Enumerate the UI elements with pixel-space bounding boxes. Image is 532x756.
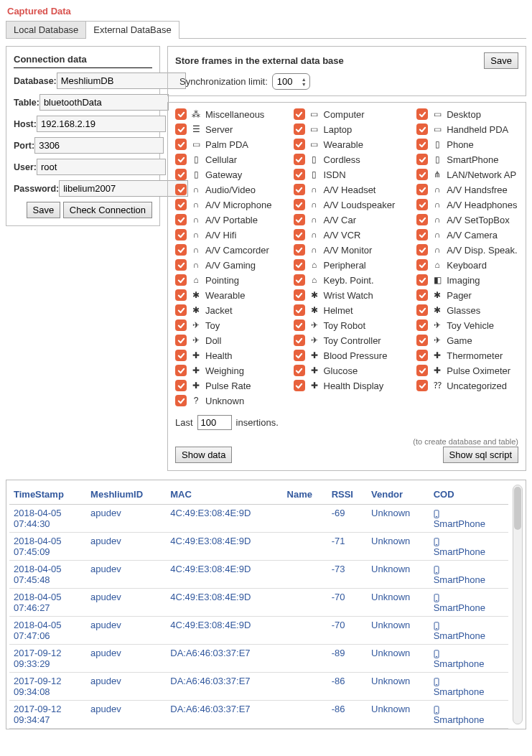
filter-checkbox[interactable] [175, 154, 187, 165]
filter-item[interactable]: ∩A/V Gaming [175, 259, 272, 271]
filter-item[interactable]: ▭Palm PDA [175, 139, 272, 150]
filter-item[interactable]: ✚Pulse Oximeter [416, 365, 517, 376]
filter-checkbox[interactable] [294, 304, 305, 316]
filter-item[interactable]: ▭Handheld PDA [416, 123, 517, 135]
filter-item[interactable]: ⁇Uncategorized [416, 380, 517, 391]
filter-item[interactable]: ⌂Peripheral [294, 259, 396, 271]
filter-item[interactable]: ✱Pager [416, 289, 517, 301]
filter-item[interactable]: ∩A/V Loudspeaker [294, 199, 396, 210]
show-data-button[interactable]: Show data [175, 447, 232, 463]
input-user[interactable] [37, 159, 166, 175]
filter-item[interactable]: ✈Game [416, 335, 517, 346]
filter-item[interactable]: ✈Toy Controller [294, 335, 396, 346]
filter-checkbox[interactable] [294, 350, 305, 361]
filter-item[interactable]: ∩A/V Car [294, 214, 396, 225]
filter-checkbox[interactable] [416, 350, 428, 361]
filter-checkbox[interactable] [294, 154, 305, 165]
filter-checkbox[interactable] [175, 244, 187, 256]
filter-checkbox[interactable] [416, 319, 428, 331]
filter-item[interactable]: ▯ISDN [294, 169, 396, 180]
filter-checkbox[interactable] [294, 108, 305, 120]
filter-checkbox[interactable] [416, 123, 428, 135]
filter-checkbox[interactable] [294, 123, 305, 135]
filter-item[interactable]: ⋔LAN/Network AP [416, 169, 517, 180]
filter-item[interactable]: ✚Weighing [175, 365, 272, 376]
filter-checkbox[interactable] [175, 365, 187, 376]
filter-item[interactable]: ✱Jacket [175, 304, 272, 316]
filter-checkbox[interactable] [175, 123, 187, 135]
filter-item[interactable]: ◧Imaging [416, 274, 517, 286]
filter-item[interactable]: ∩A/V Disp. Speak. [416, 244, 517, 256]
filter-checkbox[interactable] [175, 304, 187, 316]
filter-checkbox[interactable] [294, 244, 305, 256]
filter-checkbox[interactable] [294, 259, 305, 271]
sync-limit-spinner[interactable]: ▲▼ [272, 73, 310, 90]
filter-item[interactable]: ∩A/V Handsfree [416, 184, 517, 195]
save-sync-button[interactable]: Save [484, 52, 518, 69]
filter-item[interactable]: ∩A/V Portable [175, 214, 272, 225]
input-port[interactable] [34, 137, 164, 154]
filter-checkbox[interactable] [175, 229, 187, 241]
filter-checkbox[interactable] [175, 169, 187, 180]
filter-checkbox[interactable] [416, 259, 428, 271]
data-scrollbar[interactable] [513, 485, 523, 724]
filter-item[interactable]: ✚Health Display [294, 380, 396, 391]
filter-checkbox[interactable] [175, 184, 187, 195]
input-table[interactable] [39, 94, 169, 111]
filter-item[interactable]: ∩A/V Camera [416, 229, 517, 241]
filter-checkbox[interactable] [175, 289, 187, 301]
filter-checkbox[interactable] [175, 319, 187, 331]
filter-checkbox[interactable] [416, 289, 428, 301]
filter-checkbox[interactable] [416, 108, 428, 120]
filter-checkbox[interactable] [175, 139, 187, 150]
filter-checkbox[interactable] [416, 244, 428, 256]
input-host[interactable] [37, 116, 166, 132]
filter-item[interactable]: ✈Doll [175, 335, 272, 346]
filter-item[interactable]: ✚Glucose [294, 365, 396, 376]
filter-item[interactable]: ▭Laptop [294, 123, 396, 135]
filter-item[interactable]: ∩A/V Monitor [294, 244, 396, 256]
spinner-arrows-icon[interactable]: ▲▼ [302, 77, 307, 87]
last-insertions-input[interactable] [197, 415, 232, 430]
filter-item[interactable]: ✱Helmet [294, 304, 396, 316]
filter-checkbox[interactable] [175, 395, 187, 406]
filter-checkbox[interactable] [294, 319, 305, 331]
filter-item[interactable]: ∩A/V Headphones [416, 199, 517, 210]
filter-checkbox[interactable] [416, 335, 428, 346]
filter-checkbox[interactable] [416, 199, 428, 210]
filter-item[interactable]: ✚Thermometer [416, 350, 517, 361]
filter-checkbox[interactable] [294, 139, 305, 150]
save-connection-button[interactable]: Save [27, 202, 61, 218]
filter-checkbox[interactable] [294, 289, 305, 301]
check-connection-button[interactable]: Check Connection [63, 202, 152, 218]
filter-item[interactable]: ▭Computer [294, 108, 396, 120]
filter-item[interactable]: ⌂Keyb. Point. [294, 274, 396, 286]
filter-item[interactable]: ⌂Keyboard [416, 259, 517, 271]
show-sql-script-button[interactable]: Show sql script [443, 447, 518, 463]
filter-checkbox[interactable] [175, 199, 187, 210]
filter-item[interactable]: ✚Health [175, 350, 272, 361]
filter-item[interactable]: ▯SmartPhone [416, 154, 517, 165]
filter-checkbox[interactable] [175, 350, 187, 361]
filter-item[interactable]: ▯Cellular [175, 154, 272, 165]
filter-item[interactable]: ✈Toy Vehicle [416, 319, 517, 331]
filter-checkbox[interactable] [294, 335, 305, 346]
filter-checkbox[interactable] [294, 169, 305, 180]
filter-checkbox[interactable] [175, 335, 187, 346]
filter-checkbox[interactable] [175, 380, 187, 391]
filter-checkbox[interactable] [175, 214, 187, 225]
filter-item[interactable]: ▭Wearable [294, 139, 396, 150]
filter-item[interactable]: ✱Wearable [175, 289, 272, 301]
filter-checkbox[interactable] [416, 214, 428, 225]
input-database[interactable] [57, 73, 186, 89]
filter-item[interactable]: ✚Blood Pressure [294, 350, 396, 361]
filter-item[interactable]: ✈Toy Robot [294, 319, 396, 331]
filter-checkbox[interactable] [416, 169, 428, 180]
filter-item[interactable]: ▯Phone [416, 139, 517, 150]
filter-checkbox[interactable] [175, 274, 187, 286]
filter-checkbox[interactable] [294, 229, 305, 241]
filter-checkbox[interactable] [416, 304, 428, 316]
sync-limit-input[interactable] [276, 75, 300, 88]
filter-item[interactable]: ∩A/V Microphone [175, 199, 272, 210]
filter-item[interactable]: ✈Toy [175, 319, 272, 331]
